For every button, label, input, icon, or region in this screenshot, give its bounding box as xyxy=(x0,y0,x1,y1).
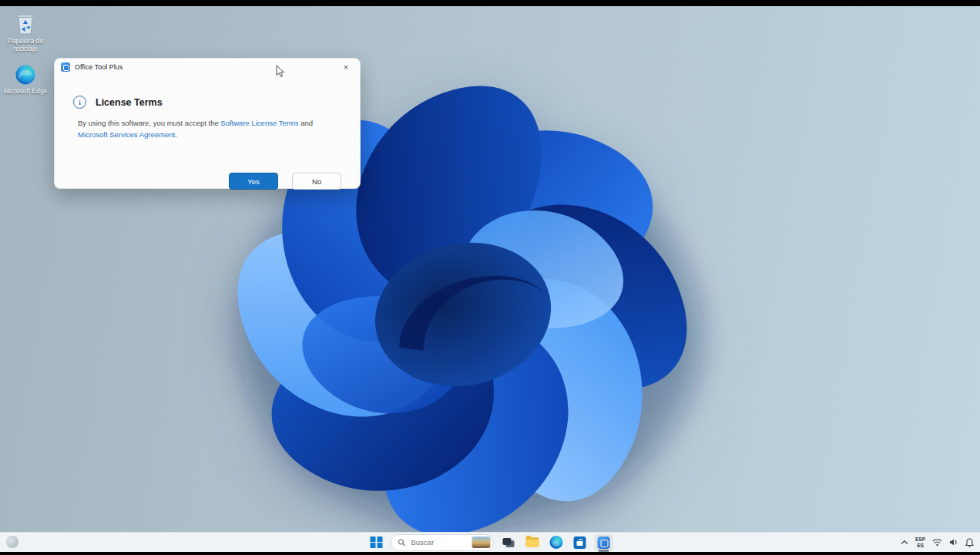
yes-button[interactable]: Yes xyxy=(229,173,278,190)
edge-taskbar-icon[interactable] xyxy=(547,534,566,551)
microsoft-services-agreement-link[interactable]: Microsoft Services Agreement xyxy=(78,130,175,139)
dialog-body-text: By using this software, you must accept … xyxy=(78,117,332,140)
desktop-icon-label: Microsoft Edge xyxy=(4,88,48,96)
body-text: . xyxy=(175,130,177,139)
edge-icon xyxy=(15,64,36,86)
system-tray: ESP ES xyxy=(901,533,974,552)
license-terms-dialog: Office Tool Plus × i License Terms By us… xyxy=(54,58,361,189)
task-view-icon[interactable] xyxy=(499,534,518,551)
body-text: By using this software, you must accept … xyxy=(78,119,220,127)
office-tool-plus-icon xyxy=(61,62,70,72)
widget-icon[interactable] xyxy=(6,536,18,548)
desktop-icon-recycle-bin[interactable]: Papelera de reciclaje xyxy=(3,11,48,53)
hidden-icons-chevron-icon[interactable] xyxy=(901,540,908,545)
body-text: and xyxy=(299,119,314,127)
office-tool-plus-taskbar-icon[interactable] xyxy=(595,534,613,551)
desktop-icon-edge[interactable]: Microsoft Edge xyxy=(3,64,48,96)
screen: Papelera de reciclaje Microsoft Edge xyxy=(0,0,980,555)
mouse-cursor xyxy=(276,65,285,78)
taskbar: ESP ES xyxy=(0,532,980,552)
dialog-content: i License Terms By using this software, … xyxy=(55,76,360,187)
desktop-icon-label: Papelera de reciclaje xyxy=(3,38,48,53)
dialog-heading: License Terms xyxy=(96,97,163,108)
notification-bell-icon[interactable] xyxy=(965,538,974,547)
letterbox-bottom xyxy=(0,552,980,555)
no-button[interactable]: No xyxy=(292,173,341,190)
search-box[interactable] xyxy=(391,534,494,551)
start-button[interactable] xyxy=(368,534,386,551)
search-highlight-image[interactable] xyxy=(472,536,491,548)
close-icon[interactable]: × xyxy=(335,59,357,75)
network-icon[interactable] xyxy=(932,538,942,547)
taskbar-center xyxy=(368,533,613,552)
language-indicator[interactable]: ESP ES xyxy=(915,536,925,549)
desktop-wallpaper: Papelera de reciclaje Microsoft Edge xyxy=(0,6,980,533)
letterbox-top xyxy=(0,0,980,6)
software-license-terms-link[interactable]: Software License Terms xyxy=(220,119,298,127)
info-icon: i xyxy=(73,96,86,109)
recycle-bin-icon xyxy=(14,11,37,35)
search-icon xyxy=(398,539,406,547)
volume-icon[interactable] xyxy=(949,538,958,547)
dialog-title: Office Tool Plus xyxy=(75,63,123,71)
microsoft-store-icon[interactable] xyxy=(571,534,589,551)
search-input[interactable] xyxy=(410,537,468,547)
desktop-icons: Papelera de reciclaje Microsoft Edge xyxy=(3,11,48,95)
file-explorer-icon[interactable] xyxy=(523,534,542,551)
windows-logo-icon xyxy=(371,536,383,549)
dialog-buttons: Yes No xyxy=(229,173,341,190)
dialog-titlebar[interactable]: Office Tool Plus × xyxy=(55,59,360,76)
